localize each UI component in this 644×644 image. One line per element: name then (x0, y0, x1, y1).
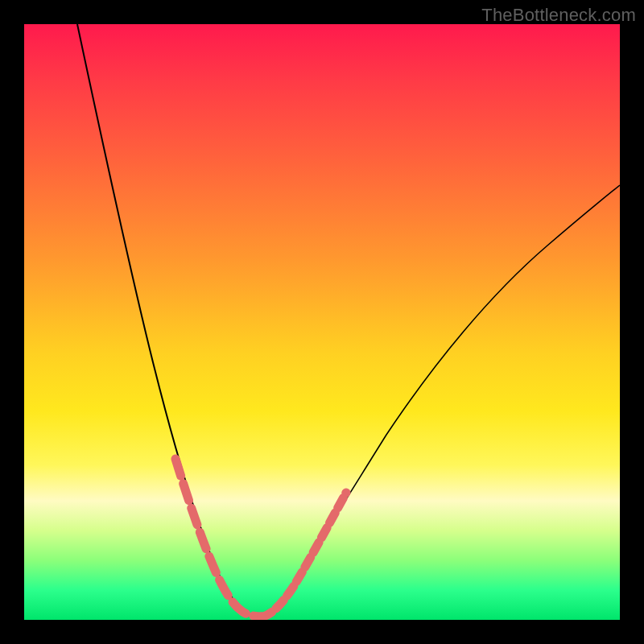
watermark-text: TheBottleneck.com (481, 5, 636, 26)
chart-frame: TheBottleneck.com (0, 0, 644, 644)
plot-area (24, 24, 620, 620)
curve-layer (24, 24, 620, 620)
bead-overlay-right (262, 493, 346, 617)
curve-left-branch (77, 24, 258, 617)
bead-overlay-left (175, 459, 262, 617)
